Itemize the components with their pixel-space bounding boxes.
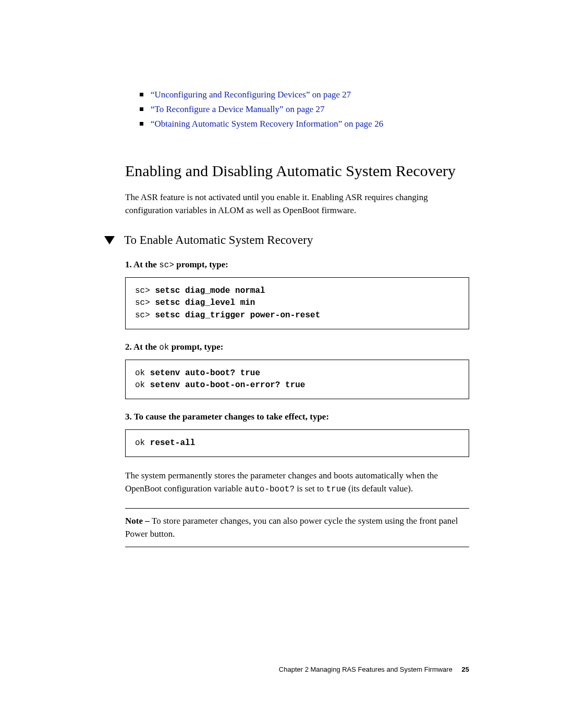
- step-label: 2. At the ok prompt, type:: [125, 342, 469, 352]
- procedure-step: 1. At the sc> prompt, type: sc> setsc di…: [125, 260, 469, 329]
- list-item: “Unconfiguring and Reconfiguring Devices…: [140, 89, 469, 101]
- step-label-text: prompt, type:: [174, 260, 228, 269]
- inline-code: true: [326, 485, 346, 494]
- inline-code: sc>: [159, 261, 174, 270]
- step-label-text: 2. At the: [125, 342, 159, 352]
- footer-chapter: Chapter 2 Managing RAS Features and Syst…: [279, 665, 452, 673]
- cross-reference-list: “Unconfiguring and Reconfiguring Devices…: [140, 89, 469, 130]
- step-label: 1. At the sc> prompt, type:: [125, 260, 469, 270]
- body-text: (its default value).: [346, 484, 413, 493]
- triangle-down-icon: [104, 236, 115, 244]
- bullet-icon: [140, 93, 143, 96]
- note-block: Note – To store parameter changes, you c…: [125, 508, 469, 547]
- step-label-text: 1. At the: [125, 260, 159, 269]
- code-prompt: ok: [135, 380, 150, 390]
- code-command: setsc diag_mode normal: [155, 286, 265, 295]
- intro-paragraph: The ASR feature is not activated until y…: [125, 191, 469, 217]
- cross-reference-link[interactable]: “To Reconfigure a Device Manually” on pa…: [151, 103, 324, 116]
- code-prompt: ok: [135, 368, 150, 378]
- code-block: ok reset-all: [125, 429, 469, 457]
- note-text: To store parameter changes, you can also…: [125, 516, 458, 539]
- code-block: sc> setsc diag_mode normal sc> setsc dia…: [125, 277, 469, 329]
- code-prompt: ok: [135, 438, 150, 448]
- list-item: “To Reconfigure a Device Manually” on pa…: [140, 103, 469, 116]
- cross-reference-link[interactable]: “Unconfiguring and Reconfiguring Devices…: [151, 89, 351, 101]
- code-command: setsc diag_trigger power-on-reset: [155, 311, 320, 320]
- body-text: is set to: [295, 484, 326, 493]
- code-prompt: sc>: [135, 311, 155, 320]
- procedure-block: To Enable Automatic System Recovery 1. A…: [104, 233, 469, 547]
- code-prompt: sc>: [135, 298, 155, 307]
- code-command: setenv auto-boot-on-error? true: [150, 380, 305, 390]
- step-label-text: prompt, type:: [169, 342, 223, 352]
- page-footer: Chapter 2 Managing RAS Features and Syst…: [279, 665, 469, 673]
- note-label: Note –: [125, 516, 152, 526]
- procedure-step: 3. To cause the parameter changes to tak…: [125, 412, 469, 457]
- inline-code: ok: [159, 343, 169, 352]
- step-label-text: 3. To cause the parameter changes to tak…: [125, 412, 329, 422]
- list-item: “Obtaining Automatic System Recovery Inf…: [140, 118, 469, 130]
- code-block: ok setenv auto-boot? true ok setenv auto…: [125, 360, 469, 399]
- code-command: reset-all: [150, 438, 195, 448]
- procedure-step: 2. At the ok prompt, type: ok setenv aut…: [125, 342, 469, 399]
- page-number: 25: [462, 665, 469, 673]
- cross-reference-link[interactable]: “Obtaining Automatic System Recovery Inf…: [151, 118, 383, 130]
- step-label: 3. To cause the parameter changes to tak…: [125, 412, 469, 422]
- code-command: setsc diag_level min: [155, 298, 255, 307]
- inline-code: auto-boot?: [244, 485, 295, 494]
- code-command: setenv auto-boot? true: [150, 368, 260, 378]
- procedure-title: To Enable Automatic System Recovery: [124, 233, 313, 247]
- procedure-title-row: To Enable Automatic System Recovery: [104, 233, 469, 247]
- section-heading: Enabling and Disabling Automatic System …: [125, 161, 469, 181]
- result-paragraph: The system permanently stores the parame…: [125, 470, 469, 496]
- code-prompt: sc>: [135, 286, 155, 295]
- bullet-icon: [140, 122, 143, 126]
- bullet-icon: [140, 107, 143, 111]
- document-page: “Unconfiguring and Reconfiguring Devices…: [0, 0, 563, 728]
